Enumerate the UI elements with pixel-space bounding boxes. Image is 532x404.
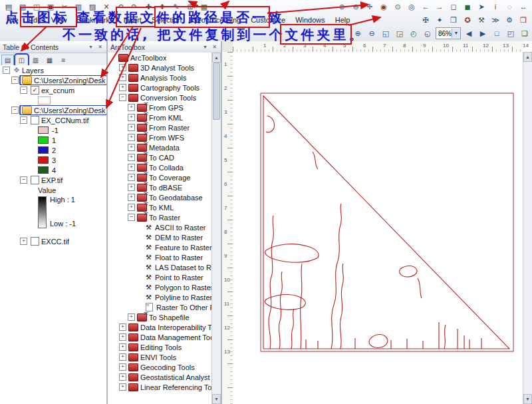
- row-content[interactable]: EXCC.tif: [29, 237, 70, 246]
- annotated-data-source[interactable]: C:\Users\Zoning\Desktop: [21, 76, 106, 85]
- collapse-toggle[interactable]: −: [3, 67, 10, 74]
- pan-icon[interactable]: ✛: [363, 1, 376, 13]
- expand-toggle[interactable]: +: [119, 343, 126, 351]
- expand-toggle[interactable]: +: [128, 313, 135, 321]
- toolbox-item[interactable]: +From WFS: [108, 132, 212, 142]
- viewer-window-icon[interactable]: ❐: [517, 14, 530, 27]
- collapse-toggle[interactable]: −: [11, 77, 19, 84]
- collapse-toggle[interactable]: −: [119, 94, 126, 101]
- search-window-icon[interactable]: ✪: [461, 14, 474, 27]
- row-content[interactable]: 2: [37, 146, 57, 154]
- expand-toggle[interactable]: +: [128, 154, 135, 161]
- row-content[interactable]: Value: [37, 186, 57, 194]
- auto-hide-pin-icon[interactable]: ▾: [87, 43, 94, 51]
- layer-checkbox[interactable]: [31, 237, 39, 246]
- close-icon[interactable]: ✕: [211, 43, 218, 51]
- map-scrollbar[interactable]: ▲ ▼: [523, 52, 532, 404]
- expand-toggle[interactable]: +: [119, 333, 126, 341]
- row-content[interactable]: 4: [37, 166, 57, 174]
- row-content[interactable]: -1: [37, 126, 60, 134]
- scroll-down-icon[interactable]: ▼: [523, 394, 532, 404]
- layout-fixed-zoom-out-icon[interactable]: ◵: [421, 27, 434, 40]
- expand-toggle[interactable]: +: [119, 74, 126, 81]
- expand-toggle[interactable]: +: [128, 184, 135, 191]
- row-content[interactable]: 3: [37, 156, 57, 164]
- expand-toggle[interactable]: +: [119, 323, 126, 331]
- toolbox-item[interactable]: +Data Management Tools: [108, 332, 212, 342]
- toolbox-item[interactable]: ⚒LAS Dataset to Raster: [108, 262, 212, 272]
- toolbox-item[interactable]: +Geostatistical Analyst Tools: [108, 372, 212, 382]
- collapse-toggle[interactable]: −: [20, 87, 27, 94]
- image-analysis-icon[interactable]: ✦: [433, 14, 446, 27]
- model-builder-icon[interactable]: ⚙: [503, 14, 516, 27]
- expand-toggle[interactable]: +: [128, 114, 135, 121]
- list-by-visibility-icon[interactable]: ▥: [29, 55, 42, 67]
- expand-toggle[interactable]: +: [128, 124, 135, 131]
- arctoolbox-window-icon[interactable]: ⚒: [475, 14, 488, 27]
- expand-toggle[interactable]: +: [128, 144, 135, 151]
- list-by-selection-icon[interactable]: ▦: [43, 55, 56, 67]
- map-canvas[interactable]: [233, 52, 523, 404]
- layout-go-back-icon[interactable]: ◀: [462, 27, 475, 40]
- toolbox-item[interactable]: +ENVI Tools: [108, 352, 212, 362]
- layout-zoom-out-icon[interactable]: ⊖: [365, 27, 378, 40]
- toolbox-item[interactable]: +Analysis Tools: [108, 73, 212, 83]
- row-content[interactable]: ✓ex_ccnum: [29, 86, 76, 95]
- collapse-toggle[interactable]: −: [128, 214, 135, 221]
- toolbox-item[interactable]: +To KML: [108, 202, 212, 212]
- expand-toggle[interactable]: +: [119, 353, 126, 361]
- toc-options-icon[interactable]: ≡: [57, 55, 70, 67]
- toolbox-item[interactable]: ⚒DEM to Raster: [108, 232, 212, 242]
- find-icon[interactable]: ◌: [503, 1, 516, 13]
- scroll-thumb[interactable]: [213, 63, 220, 120]
- collapse-toggle[interactable]: −: [11, 106, 19, 114]
- toolbox-item[interactable]: ⚒Float to Raster: [108, 252, 212, 262]
- toolbox-item[interactable]: Raster To Other Format: [108, 302, 212, 312]
- toolbox-item[interactable]: ⚒Polygon to Raster: [108, 282, 212, 292]
- expand-toggle[interactable]: +: [20, 238, 27, 245]
- layer-checkbox[interactable]: [31, 176, 39, 184]
- toolbox-item[interactable]: ⚒Polyline to Raster: [108, 292, 212, 302]
- toolbox-item[interactable]: +Cartography Tools: [108, 83, 212, 93]
- arctoolbox-scrollbar[interactable]: ▲ ▼: [211, 53, 221, 404]
- toolbox-item[interactable]: +To dBASE: [108, 182, 212, 192]
- toolbox-item[interactable]: +Linear Referencing Tools: [108, 382, 212, 392]
- data-driven-pages-icon[interactable]: ❏: [518, 27, 531, 40]
- measure-icon[interactable]: ↔: [517, 1, 530, 13]
- menu-windows[interactable]: Windows: [291, 15, 330, 25]
- expand-toggle[interactable]: +: [128, 104, 135, 111]
- toolbox-item[interactable]: +To CAD: [108, 152, 212, 162]
- close-icon[interactable]: ✕: [96, 43, 104, 51]
- expand-toggle[interactable]: +: [128, 164, 135, 171]
- expand-toggle[interactable]: +: [119, 363, 126, 371]
- toolbox-item[interactable]: +To Shapefile: [108, 312, 212, 322]
- row-content[interactable]: ❖Layers: [12, 66, 45, 75]
- toolbox-item[interactable]: +Metadata: [108, 142, 212, 152]
- zoom-in-icon[interactable]: ⊕: [335, 1, 348, 13]
- menu-help[interactable]: Help: [331, 15, 355, 25]
- catalog-window-icon[interactable]: ❒: [447, 14, 460, 27]
- go-back-icon[interactable]: ←: [419, 1, 432, 13]
- toolbox-item[interactable]: +To Collada: [108, 162, 212, 172]
- toolbox-item[interactable]: ⚒Point to Raster: [108, 272, 212, 282]
- list-by-source-icon[interactable]: ◫: [15, 55, 28, 67]
- expand-toggle[interactable]: +: [128, 174, 135, 181]
- georeferencing-icon[interactable]: ✠: [419, 14, 432, 27]
- select-features-icon[interactable]: ◻: [447, 1, 460, 13]
- scroll-down-icon[interactable]: ▼: [212, 394, 221, 404]
- zoom-out-icon[interactable]: ⊖: [349, 1, 362, 13]
- toolbox-item[interactable]: ⚒ASCII to Raster: [108, 222, 212, 232]
- toolbox-item[interactable]: +From GPS: [108, 102, 212, 112]
- clear-selection-icon[interactable]: ◼: [461, 1, 474, 13]
- scroll-up-icon[interactable]: ▲: [523, 52, 532, 62]
- fixed-zoom-out-icon[interactable]: ◎: [405, 1, 418, 13]
- layout-fixed-zoom-in-icon[interactable]: ◴: [407, 27, 420, 40]
- expand-toggle[interactable]: +: [119, 84, 126, 91]
- go-forward-icon[interactable]: →: [433, 1, 446, 13]
- collapse-toggle[interactable]: −: [20, 176, 27, 184]
- row-content[interactable]: 1: [37, 136, 57, 144]
- layout-go-forward-icon[interactable]: ▶: [476, 27, 489, 40]
- auto-hide-pin-icon[interactable]: ▾: [201, 43, 209, 51]
- layout-zoom-combo[interactable]: 86% ▼: [436, 27, 461, 39]
- toolbox-item[interactable]: +From Raster: [108, 122, 212, 132]
